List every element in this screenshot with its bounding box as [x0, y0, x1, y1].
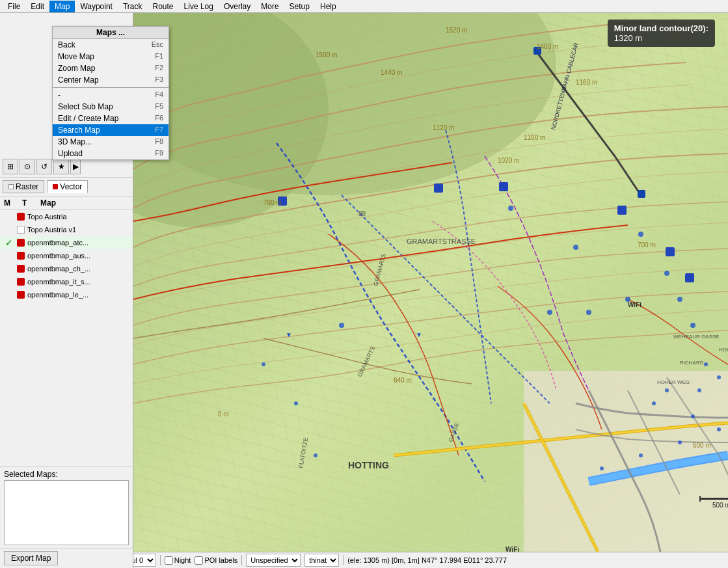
check-poi[interactable]: POI labels	[195, 556, 237, 565]
maps-center[interactable]: Center Map F3	[53, 74, 169, 86]
profile-select[interactable]: thinat	[304, 554, 339, 567]
map-list-item[interactable]: openmtbmap_ch_...	[0, 262, 133, 275]
map-list-item[interactable]: Topo Austria	[0, 210, 133, 223]
maps-dropdown-title: Maps ...	[53, 27, 169, 39]
map-tooltip: Minor land contour(20): 1320 m	[608, 20, 715, 47]
maps-move[interactable]: Move Map F1	[53, 51, 169, 62]
svg-point-22	[697, 388, 701, 392]
svg-text:▼: ▼	[286, 331, 292, 338]
svg-text:1440 m: 1440 m	[381, 69, 402, 76]
map-check-6	[4, 290, 14, 300]
check-night[interactable]: Night	[165, 556, 191, 565]
map-canvas[interactable]: NORDKETTENBAHN CABLECAR	[133, 13, 728, 552]
map-tabs: Raster Vector	[0, 178, 133, 196]
svg-text:500 m: 500 m	[693, 442, 711, 449]
map-icon-2	[17, 239, 25, 247]
svg-rect-31	[434, 183, 443, 193]
divider-4	[343, 555, 344, 565]
menu-livelog[interactable]: Live Log	[179, 1, 219, 12]
map-icon-6	[17, 291, 25, 299]
menu-waypoint[interactable]: Waypoint	[75, 1, 118, 12]
map-name-6: openmtbmap_le_...	[27, 291, 129, 299]
menu-more[interactable]: More	[256, 1, 284, 12]
svg-point-8	[508, 206, 513, 211]
svg-point-15	[586, 310, 591, 315]
svg-point-17	[262, 362, 265, 366]
map-list-item[interactable]: openmtbmap_le_...	[0, 288, 133, 301]
map-list-item[interactable]: ✓ openmtbmap_atc...	[0, 236, 133, 249]
menu-map[interactable]: Map	[49, 1, 75, 12]
svg-rect-32	[499, 182, 508, 191]
svg-rect-34	[666, 247, 675, 256]
svg-point-11	[664, 271, 669, 276]
menu-help[interactable]: Help	[315, 1, 342, 12]
tab-raster[interactable]: Raster	[3, 180, 44, 193]
svg-point-26	[717, 427, 721, 431]
menu-file[interactable]: File	[3, 1, 25, 12]
maps-zoom[interactable]: Zoom Map F2	[53, 62, 169, 74]
svg-point-16	[547, 310, 552, 315]
map-check-5	[4, 277, 14, 287]
tab-vector[interactable]: Vector	[47, 180, 88, 193]
svg-point-27	[678, 440, 682, 444]
svg-text:HOLERWEG: HOLERWEG	[719, 347, 728, 353]
maps-back[interactable]: Back Esc	[53, 39, 169, 51]
unspecified-select[interactable]: Unspecified	[246, 554, 301, 567]
toolbar-refresh-btn[interactable]: ↺	[36, 159, 52, 174]
svg-text:0 m: 0 m	[218, 411, 229, 418]
svg-rect-5	[638, 190, 645, 198]
svg-text:WEHEAUR GASSE: WEHEAUR GASSE	[673, 334, 720, 340]
map-check-0	[4, 211, 14, 222]
svg-point-25	[691, 414, 695, 418]
toolbar-globe-btn[interactable]: ⊙	[20, 159, 35, 174]
map-area[interactable]: NORDKETTENBAHN CABLECAR	[133, 13, 728, 552]
svg-point-18	[294, 401, 298, 405]
map-icon-0	[17, 213, 25, 221]
svg-text:500 m: 500 m	[712, 502, 728, 509]
map-icon-3	[17, 252, 25, 260]
menu-setup[interactable]: Setup	[284, 1, 315, 12]
selected-maps-box	[4, 480, 129, 545]
map-list-item[interactable]: openmtbmap_it_s...	[0, 275, 133, 288]
svg-text:RICHARD: RICHARD	[680, 360, 704, 366]
svg-point-24	[652, 401, 656, 405]
map-icon-1	[17, 226, 25, 234]
map-list-item[interactable]: Topo Austria v1	[0, 223, 133, 236]
svg-text:1120 m: 1120 m	[433, 124, 454, 131]
map-svg-overlay: NORDKETTENBAHN CABLECAR	[133, 13, 728, 552]
map-name-1: Topo Austria v1	[27, 226, 129, 234]
svg-point-23	[665, 388, 669, 392]
export-map-button[interactable]: Export Map	[4, 551, 58, 565]
toolbar-arrow-btn[interactable]: ▶	[70, 159, 81, 174]
svg-point-20	[704, 362, 708, 366]
export-section: Export Map	[0, 548, 133, 568]
svg-point-7	[339, 323, 344, 328]
maps-select-sub[interactable]: Select Sub Map F5	[53, 101, 169, 113]
svg-text:▼: ▼	[416, 331, 422, 338]
map-name-3: openmtbmap_aus...	[27, 252, 129, 260]
toolbar-star-btn[interactable]: ★	[53, 159, 69, 174]
menu-route[interactable]: Route	[148, 1, 179, 12]
map-list-header: M T Map	[0, 196, 133, 210]
maps-search[interactable]: Search Map F7	[53, 124, 169, 136]
maps-3d[interactable]: 3D Map... F8	[53, 136, 169, 148]
map-name-0: Topo Austria	[27, 213, 129, 221]
svg-point-9	[573, 245, 578, 250]
check-poi-input[interactable]	[195, 556, 203, 565]
check-night-label: Night	[174, 556, 191, 564]
check-poi-label: POI labels	[204, 556, 237, 564]
menu-edit[interactable]: Edit	[25, 1, 49, 12]
map-list-item[interactable]: openmtbmap_aus...	[0, 249, 133, 262]
maps-edit-create[interactable]: Edit / Create Map F6	[53, 113, 169, 124]
maps-f4[interactable]: - F4	[53, 89, 169, 101]
toolbar-grid-btn[interactable]: ⊞	[3, 159, 18, 174]
selected-maps-label: Selected Maps:	[4, 470, 129, 479]
maps-upload[interactable]: Upload F9	[53, 148, 169, 159]
map-icon-4	[17, 265, 25, 273]
svg-text:1460 m: 1460 m	[537, 43, 558, 50]
tooltip-value: 1320 m	[614, 33, 708, 43]
menu-track[interactable]: Track	[118, 1, 148, 12]
check-night-input[interactable]	[165, 556, 173, 565]
svg-rect-35	[685, 273, 694, 282]
menu-overlay[interactable]: Overlay	[219, 1, 256, 12]
